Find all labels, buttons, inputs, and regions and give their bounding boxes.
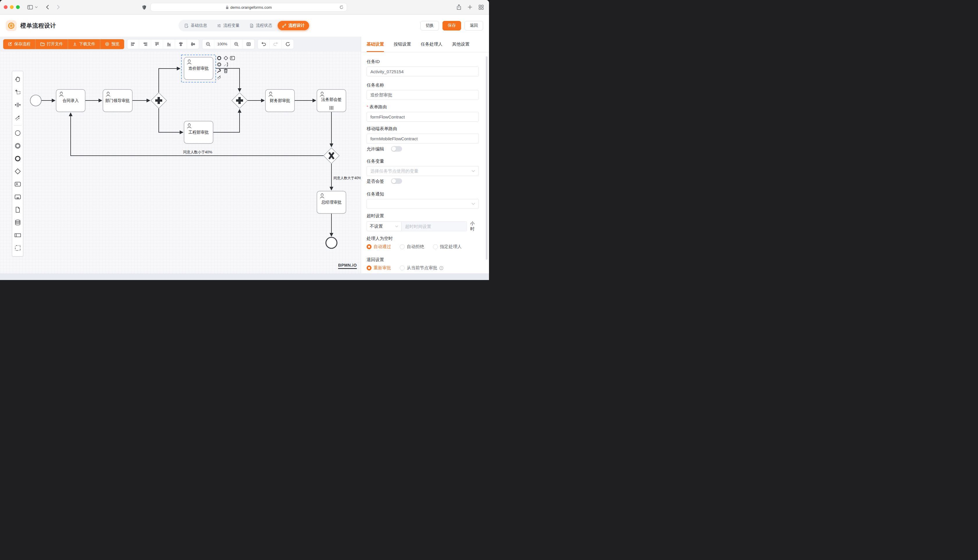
trash-icon[interactable] [223,68,229,73]
back-button[interactable]: 返回 [465,21,483,30]
flow-gateway1-to-cost[interactable] [159,68,180,93]
new-tab-icon[interactable] [468,5,472,10]
reload-icon[interactable] [339,5,344,9]
bpmn-io-logo[interactable]: BPMN.iO [338,263,357,269]
task-dept-leader[interactable]: 部门领导审批 [103,90,132,112]
timeout-unit-label: 小时 [470,221,479,232]
panel-scrollbar[interactable] [486,57,488,260]
sidebar-icon[interactable] [27,5,33,10]
required-asterisk: * [366,104,368,110]
open-file-button[interactable]: 打开文件 [35,39,68,49]
panel-tabs: 基础设置 按钮设置 任务处理人 其他设置 [361,37,489,52]
task-legal-countersign[interactable]: 法务部会签 [317,90,346,112]
radio-dot [433,244,438,249]
task-vars-select[interactable]: 选择任务节点使用的变量 [366,166,479,176]
tab-button-settings[interactable]: 按钮设置 [394,37,411,52]
append-gateway-icon[interactable] [223,55,229,61]
page-title: 橙单流程设计 [20,22,56,30]
bpmn-diagram: 同意人数小于40% 同意人数大于40% 合同录入 部门领导审批 [0,52,361,273]
parallel-gateway-split[interactable] [151,93,167,108]
append-end-event-icon[interactable] [217,55,222,61]
address-bar[interactable]: demo.orangeforms.com [150,3,347,12]
save-flow-button[interactable]: 保存流程 [3,39,35,49]
forward-icon[interactable] [57,5,60,10]
wrench-icon[interactable] [217,68,222,73]
status-doc-icon [249,23,254,28]
radio-re-approve[interactable]: 重新审批 [366,265,391,271]
align-right-icon[interactable] [139,40,151,49]
exclusive-gateway[interactable] [324,148,339,163]
task-id-input[interactable] [366,67,479,77]
task-cost-dept-selected[interactable]: 造价部审批 [184,57,213,80]
window-controls [4,5,20,9]
tab-process-variables[interactable]: 流程变量 [212,21,244,30]
form-route-input[interactable] [366,112,479,122]
zoom-fit-icon[interactable] [242,40,254,49]
parallel-gateway-join[interactable] [232,93,247,108]
empty-handler-label: 处理人为空时 [366,235,479,241]
align-left-icon[interactable] [127,40,139,49]
privacy-shield-icon[interactable] [142,5,147,10]
radio-dot [366,244,371,249]
undo-icon[interactable] [258,40,270,49]
align-bottom-icon[interactable] [163,40,175,49]
end-event[interactable] [326,237,337,248]
app-logo [6,20,17,31]
task-contract-entry[interactable]: 合同录入 [56,90,85,112]
tab-overview-icon[interactable] [478,5,484,10]
switch-button[interactable]: 切换 [420,21,439,30]
download-file-button[interactable]: 下载文件 [68,39,100,49]
task-eng-dept[interactable]: 工程部审批 [184,121,213,143]
connect-tool-icon[interactable] [217,75,222,80]
reset-icon[interactable] [282,40,294,49]
task-name-label: 任务名称 [366,82,479,88]
radio-auto-approve[interactable]: 自动通过 [366,244,391,250]
append-intermediate-event-icon[interactable] [217,62,222,67]
share-icon[interactable] [456,4,461,10]
flow-eng-to-gateway2[interactable] [213,110,239,132]
minimize-window-button[interactable] [10,5,14,9]
timeout-hours-input[interactable] [401,221,466,231]
panel-body: 任务ID 任务名称 *表单路由 移动端表单路由 允许编辑 [361,52,489,273]
close-window-button[interactable] [4,5,8,9]
align-center-horizontal-icon[interactable] [175,40,187,49]
chevron-down-icon[interactable] [35,6,38,8]
zoom-out-icon[interactable] [202,40,214,49]
countersign-toggle[interactable] [391,178,402,184]
align-center-vertical-icon[interactable] [187,40,199,49]
chevron-down-icon [471,170,475,172]
zoom-in-icon[interactable] [231,40,242,49]
save-button[interactable]: 保存 [443,21,461,30]
align-top-icon[interactable] [151,40,163,49]
radio-from-current-node[interactable]: 从当前节点审批 [400,265,443,271]
radio-auto-reject[interactable]: 自动拒绝 [400,244,424,250]
folder-icon [40,42,45,46]
allow-edit-toggle[interactable] [391,146,402,152]
maximize-window-button[interactable] [16,5,20,9]
timeout-mode-select[interactable]: 不设置 [366,221,401,231]
tab-task-assignee[interactable]: 任务处理人 [421,37,443,52]
append-user-task-icon[interactable] [230,55,235,61]
flow-gateway1-to-eng[interactable] [159,108,183,132]
edge-label-lt40: 同意人数小于40% [183,150,212,154]
preview-button[interactable]: 预览 [100,39,124,49]
notify-select[interactable] [366,199,479,209]
back-icon[interactable] [46,5,49,10]
tab-other-settings[interactable]: 其他设置 [452,37,470,52]
browser-window: demo.orangeforms.com 橙单流程设计 [0,0,489,280]
radio-assign-handler[interactable]: 指定处理人 [433,244,461,250]
task-general-manager[interactable]: 总经理审批 [317,191,346,213]
bpmn-canvas[interactable]: 同意人数小于40% 同意人数大于40% 合同录入 部门领导审批 [0,52,361,273]
task-name-input[interactable] [366,90,479,100]
redo-icon[interactable] [270,40,282,49]
task-finance-dept[interactable]: 财务部审批 [266,90,294,112]
mobile-route-input[interactable] [366,133,479,143]
start-event[interactable] [30,95,41,106]
svg-text:造价部审批: 造价部审批 [188,66,209,71]
svg-text:合同录入: 合同录入 [62,98,79,103]
tab-process-design[interactable]: 流程设计 [278,21,309,30]
tab-basic-settings[interactable]: 基础设置 [366,37,384,52]
tab-process-status[interactable]: 流程状态 [245,21,276,30]
tab-basic-info[interactable]: 基础信息 [180,21,211,30]
append-text-annotation-icon[interactable] [223,62,229,67]
